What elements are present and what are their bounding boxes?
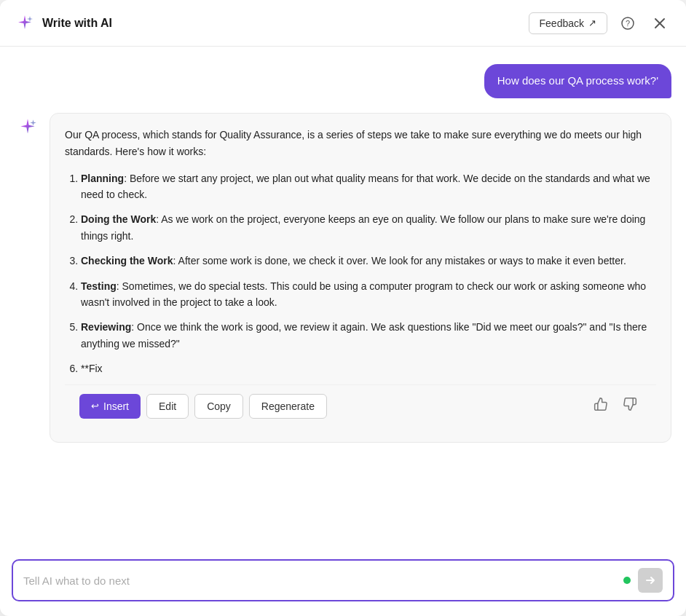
header: Write with AI Feedback ↗ ? [0,0,686,47]
ai-response-list: Planning: Before we start any project, w… [65,170,656,377]
insert-button[interactable]: ↩ Insert [79,394,141,419]
action-bar: ↩ Insert Edit Copy Regenerate [65,384,656,429]
feedback-label: Feedback [540,17,584,29]
status-indicator [623,577,631,584]
edit-button[interactable]: Edit [146,394,189,419]
thumbup-button[interactable] [589,394,612,418]
list-item: Reviewing: Once we think the work is goo… [81,319,656,352]
ai-sparkle-icon [15,13,35,33]
header-left: Write with AI [15,13,112,33]
list-item-desc: : After some work is done, we check it o… [173,255,626,266]
header-title: Write with AI [42,17,112,30]
send-button[interactable] [638,568,663,593]
header-right: Feedback ↗ ? [529,12,671,35]
list-item-title: Testing [81,280,117,292]
list-item-desc: : Once we think the work is good, we rev… [81,321,647,349]
help-button[interactable]: ? [616,12,639,35]
ai-intro-text: Our QA process, which stands for Quality… [65,127,656,160]
regenerate-button[interactable]: Regenerate [249,394,327,419]
list-item-title: Doing the Work [81,213,156,225]
list-item-title: Reviewing [81,321,131,333]
ai-content-box: Our QA process, which stands for Quality… [50,113,671,443]
svg-text:?: ? [626,19,630,28]
insert-label: Insert [103,400,129,412]
ai-input[interactable] [23,574,616,587]
ai-response: Our QA process, which stands for Quality… [15,113,671,443]
list-item: Doing the Work: As we work on the projec… [81,211,656,244]
list-item: Testing: Sometimes, we do special tests.… [81,278,656,311]
close-button[interactable] [648,12,671,35]
list-item-title: Checking the Work [81,255,173,266]
list-item: **Fix [81,360,656,376]
feedback-button[interactable]: Feedback ↗ [529,12,607,34]
ai-avatar [15,114,41,141]
list-item-title: Planning [81,173,124,184]
action-buttons-left: ↩ Insert Edit Copy Regenerate [79,394,327,419]
insert-icon: ↩ [91,400,99,411]
thumbdown-button[interactable] [618,394,642,418]
action-buttons-right [589,394,642,418]
user-message: How does our QA process work?' [484,64,671,98]
list-item-desc: : Sometimes, we do special tests. This c… [81,280,646,308]
user-message-container: How does our QA process work?' [15,64,671,98]
list-item: Planning: Before we start any project, w… [81,170,656,203]
list-item-partial: **Fix [81,363,103,374]
copy-button[interactable]: Copy [194,394,243,419]
list-item: Checking the Work: After some work is do… [81,253,656,269]
input-wrapper [12,559,674,601]
list-item-desc: : Before we start any project, we plan o… [81,173,650,200]
chat-area: How does our QA process work?' Our QA [0,47,686,550]
external-link-icon: ↗ [588,17,596,28]
input-area [0,550,686,616]
list-item-desc: : As we work on the project, everyone ke… [81,213,645,241]
